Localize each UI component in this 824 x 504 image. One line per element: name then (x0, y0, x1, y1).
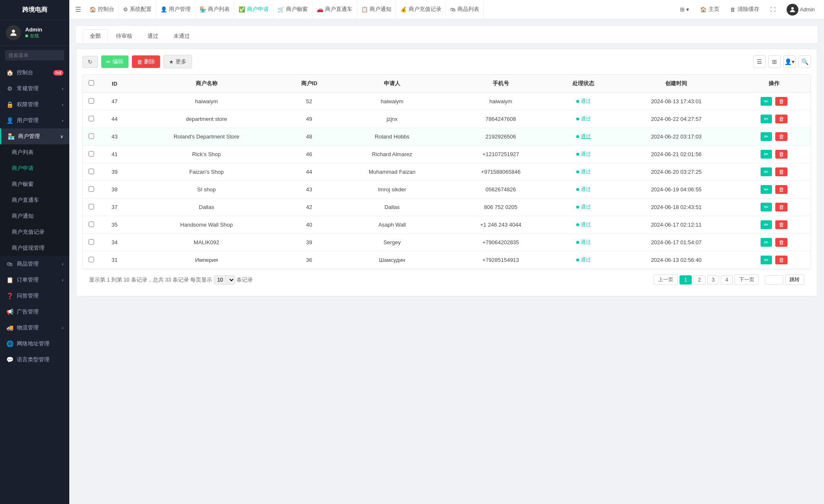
more-button[interactable]: ★ 更多 (163, 55, 192, 68)
topnav-recharge[interactable]: 💰 商户充值记录 (396, 0, 446, 19)
row-delete-button[interactable]: 🗑 (775, 115, 787, 123)
topnav-home[interactable]: 🏠 主页 (697, 6, 723, 13)
topnav-merchantlist[interactable]: 🏪 商户列表 (195, 0, 234, 19)
tab-approved[interactable]: 通过 (140, 29, 165, 43)
topnav-merchantapply[interactable]: ✅ 商户申请 (234, 0, 273, 19)
tab-pending[interactable]: 待审核 (109, 29, 139, 43)
row-delete-button[interactable]: 🗑 (775, 150, 787, 159)
row-edit-button[interactable]: ✏ (761, 256, 772, 264)
sidebar-item-question[interactable]: ❓ 问答管理 (0, 288, 69, 304)
sidebar-item-merchant-withdraw[interactable]: 商户提现管理 (0, 240, 69, 256)
avatar (6, 25, 21, 40)
row-delete-button[interactable]: 🗑 (775, 203, 787, 212)
row-checkbox[interactable] (89, 151, 94, 157)
row-applicant: Richard Almarez (335, 146, 449, 163)
status-badge[interactable]: 通过 (576, 133, 591, 140)
row-edit-button[interactable]: ✏ (761, 97, 772, 106)
sidebar-item-order[interactable]: 📋 订单管理 › (0, 272, 69, 288)
grid-view-button[interactable]: ⊞ (768, 55, 781, 68)
row-delete-button[interactable]: 🗑 (775, 132, 787, 141)
page-goto-input[interactable] (765, 275, 783, 285)
sidebar-item-merchant-notify[interactable]: 商户通知 (0, 208, 69, 224)
row-edit-button[interactable]: ✏ (761, 132, 772, 141)
list-view-button[interactable]: ☰ (753, 55, 766, 68)
refresh-button[interactable]: ↻ (82, 56, 98, 68)
tab-all[interactable]: 全部 (83, 29, 108, 43)
delete-button[interactable]: 🗑 删除 (132, 55, 160, 68)
page-2-button[interactable]: 2 (693, 275, 706, 285)
per-page-select[interactable]: 102050100 (214, 275, 235, 285)
row-phone: 7864247608 (449, 110, 552, 128)
row-delete-button[interactable]: 🗑 (775, 167, 787, 176)
row-checkbox[interactable] (89, 239, 94, 245)
row-checkbox[interactable] (89, 204, 94, 209)
sidebar-item-logistics[interactable]: 🚚 物流管理 › (0, 320, 69, 336)
row-edit-button[interactable]: ✏ (761, 220, 772, 229)
hamburger-icon[interactable]: ☰ (75, 5, 81, 13)
page-1-button[interactable]: 1 (680, 275, 692, 285)
topnav-admin[interactable]: Admin (783, 4, 818, 16)
row-edit-button[interactable]: ✏ (761, 238, 772, 247)
sidebar-item-merchant-recharge[interactable]: 商户充值记录 (0, 224, 69, 240)
topnav-expand[interactable]: ⛶ (767, 7, 779, 13)
page-4-button[interactable]: 4 (721, 275, 733, 285)
row-checkbox[interactable] (89, 169, 94, 174)
topnav-more[interactable]: ⊞ ▾ (677, 6, 693, 13)
row-checkbox[interactable] (89, 98, 94, 104)
row-checkbox[interactable] (89, 116, 94, 121)
row-delete-button[interactable]: 🗑 (775, 220, 787, 229)
row-checkbox-cell (83, 163, 100, 181)
topnav-express[interactable]: 🚗 商户直通车 (312, 0, 357, 19)
topnav-clear-cache[interactable]: 🗑 清除缓存 (727, 6, 763, 13)
search-input[interactable] (8, 52, 69, 58)
row-edit-button[interactable]: ✏ (761, 167, 772, 176)
prev-page-button[interactable]: 上一页 (653, 274, 678, 285)
sidebar-item-lang[interactable]: 💬 语言类型管理 (0, 352, 69, 368)
sidebar-item-merchant-express[interactable]: 商户直通车 (0, 192, 69, 208)
select-all-checkbox[interactable] (89, 80, 94, 86)
topnav-sysconfig[interactable]: ⚙ 系统配置 (119, 0, 156, 19)
sidebar-item-merchant-apply[interactable]: 商户申请 (0, 160, 69, 176)
row-delete-button[interactable]: 🗑 (775, 97, 787, 106)
permission-icon: 🔒 (6, 101, 13, 108)
sidebar-item-permission[interactable]: 🔒 权限管理 › (0, 97, 69, 112)
row-delete-button[interactable]: 🗑 (775, 185, 787, 194)
topnav-productlist[interactable]: 🛍 商品列表 (446, 0, 484, 19)
sidebar-search-bar[interactable]: 🔍 (5, 50, 64, 60)
sidebar-item-merchant[interactable]: 🏪 商户管理 ∨ (0, 128, 69, 144)
row-status: 通过 (552, 181, 615, 198)
arrow-icon: › (62, 102, 63, 107)
row-checkbox[interactable] (89, 186, 94, 192)
sidebar-item-merchant-list[interactable]: 商户列表 (0, 144, 69, 160)
row-delete-button[interactable]: 🗑 (775, 256, 787, 264)
row-edit-button[interactable]: ✏ (761, 203, 772, 212)
goto-button[interactable]: 跳转 (785, 274, 804, 285)
sidebar-item-merchant-shop[interactable]: 商户橱窗 (0, 176, 69, 192)
next-page-button[interactable]: 下一页 (735, 274, 759, 285)
topnav-dashboard[interactable]: 🏠 控制台 (85, 0, 119, 19)
sidebar-item-ads[interactable]: 📢 广告管理 (0, 304, 69, 320)
sidebar-item-product[interactable]: 🛍 商品管理 › (0, 256, 69, 272)
topnav-notify[interactable]: 📋 商户通知 (357, 0, 396, 19)
sidebar-item-address[interactable]: 🌐 网络地址管理 (0, 336, 69, 352)
row-checkbox[interactable] (89, 222, 94, 227)
edit-button[interactable]: ✏ 编辑 (101, 55, 129, 68)
sidebar-item-user[interactable]: 👤 用户管理 › (0, 112, 69, 128)
sidebar-item-regular[interactable]: ⚙ 常规管理 › (0, 81, 69, 97)
tab-rejected[interactable]: 未通过 (166, 29, 197, 43)
topnav-usermgmt[interactable]: 👤 用户管理 (156, 0, 195, 19)
lang-icon: 💬 (6, 356, 13, 363)
row-edit-button[interactable]: ✏ (761, 115, 772, 123)
row-edit-button[interactable]: ✏ (761, 185, 772, 194)
row-delete-button[interactable]: 🗑 (775, 238, 787, 247)
search-table-button[interactable]: 🔍 (798, 55, 811, 68)
sidebar-item-dashboard[interactable]: 🏠 控制台 hot (0, 65, 69, 81)
row-checkbox[interactable] (89, 133, 94, 139)
row-edit-button[interactable]: ✏ (761, 150, 772, 159)
row-shopid: 48 (283, 128, 335, 146)
row-phone: +1 246 243 4044 (449, 216, 552, 234)
settings-button[interactable]: 👤▾ (783, 55, 796, 68)
row-checkbox[interactable] (89, 257, 94, 262)
page-3-button[interactable]: 3 (707, 275, 719, 285)
topnav-shopwindow[interactable]: 🛒 商户橱窗 (273, 0, 312, 19)
